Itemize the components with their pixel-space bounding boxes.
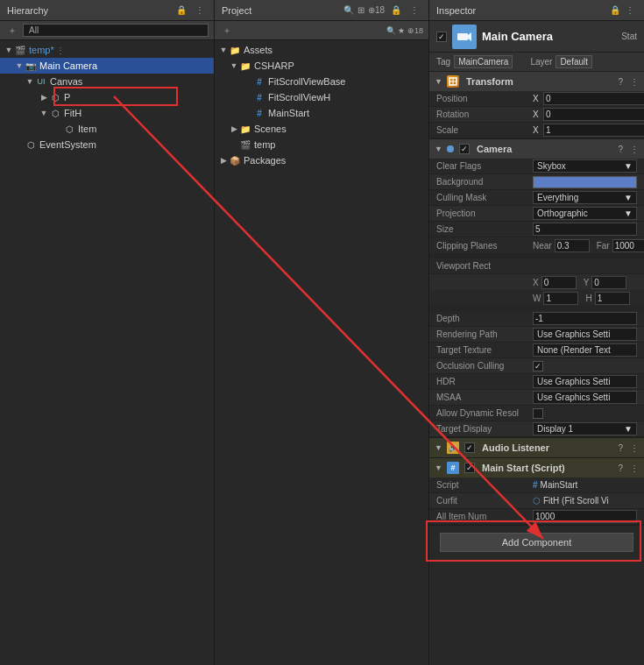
tree-label-p: P: [64, 92, 70, 103]
hierarchy-tree: ▼ 🎬 temp* ⋮ ▼ 📷 Main Camera ▼ UI Canvas …: [0, 40, 214, 665]
add-component-button[interactable]: Add Component: [440, 533, 633, 552]
hierarchy-menu-dots[interactable]: ⋮: [56, 46, 65, 55]
main-start-help[interactable]: ?: [618, 463, 623, 473]
viewport-xy-row: X Y: [429, 274, 644, 290]
hierarchy-lock-icon[interactable]: 🔒: [173, 4, 189, 16]
main-start-settings[interactable]: ⋮: [630, 463, 639, 473]
hierarchy-menu-icon[interactable]: ⋮: [193, 4, 207, 16]
occlusion-culling-checkbox[interactable]: [533, 361, 543, 371]
rendering-path-value[interactable]: Use Graphics Setti: [533, 328, 637, 341]
hierarchy-search[interactable]: All: [23, 24, 209, 37]
main-start-enabled[interactable]: [464, 463, 475, 473]
viewport-h-field: H: [585, 292, 629, 305]
culling-mask-value[interactable]: Everything ▼: [533, 191, 637, 204]
inspector-panel: Inspector 🔒 ⋮ Main Camera Stat Tag: [429, 0, 644, 665]
inspector-content: Main Camera Stat Tag MainCamera Layer De…: [429, 21, 644, 665]
tree-item-mainstart[interactable]: # MainStart: [215, 105, 428, 121]
inspector-lock-icon[interactable]: 🔒: [607, 4, 623, 16]
main-start-arrow: ▼: [435, 463, 443, 472]
audio-listener-title: Audio Listener: [482, 442, 614, 453]
scale-x-input[interactable]: [543, 124, 644, 137]
tree-item-fith[interactable]: ▼ ⬡ FitH: [0, 105, 214, 121]
project-lock-icon[interactable]: 🔒: [388, 4, 404, 16]
hdr-label: HDR: [436, 377, 533, 386]
msaa-value[interactable]: Use Graphics Setti: [533, 391, 637, 404]
audio-listener-section: ▼ 🔊 Audio Listener ? ⋮: [429, 438, 644, 458]
transform-title: Transform: [466, 76, 614, 87]
target-display-value[interactable]: Display 1 ▼: [533, 422, 637, 435]
projection-value[interactable]: Orthographic ▼: [533, 207, 637, 220]
viewport-h-input[interactable]: [595, 292, 630, 305]
tree-item-scenes[interactable]: ▶ 📁 Scenes: [215, 121, 428, 137]
tree-item-main-camera[interactable]: ▼ 📷 Main Camera: [0, 58, 214, 74]
tree-item-temp-scene[interactable]: 🎬 temp: [215, 137, 428, 152]
audio-listener-enabled[interactable]: [464, 442, 475, 453]
prop-viewport-rect-label: Viewport Rect: [429, 258, 644, 274]
tag-value[interactable]: MainCamera: [454, 55, 513, 68]
tree-label-fith: FitH: [64, 108, 81, 118]
object-enabled-checkbox[interactable]: [436, 32, 447, 42]
camera-help[interactable]: ?: [618, 145, 623, 154]
script-value: MainStart: [541, 480, 578, 490]
audio-listener-settings[interactable]: ⋮: [630, 443, 639, 453]
tree-item-eventsystem[interactable]: ⬡ EventSystem: [0, 137, 214, 152]
viewport-w-field: W: [533, 292, 578, 305]
camera-header[interactable]: ▼ Camera ? ⋮: [429, 139, 644, 159]
tree-item-temp[interactable]: ▼ 🎬 temp* ⋮: [0, 42, 214, 58]
tree-item-assets[interactable]: ▼ 📁 Assets: [215, 42, 428, 58]
inspector-menu-icon[interactable]: ⋮: [623, 4, 637, 16]
tree-icon-main-camera: 📷: [25, 60, 37, 72]
viewport-x-field: X: [533, 276, 577, 289]
tree-label-csharp: CSHARP: [254, 60, 294, 71]
viewport-w-input[interactable]: [543, 292, 578, 305]
audio-listener-help[interactable]: ?: [618, 443, 623, 453]
background-label: Background: [436, 177, 533, 187]
camera-enabled[interactable]: [459, 144, 470, 154]
tree-icon-scenes: 📁: [239, 123, 251, 135]
tree-item-csharp[interactable]: ▼ 📁 CSHARP: [215, 58, 428, 74]
tree-item-p[interactable]: ▶ ⬡ P: [0, 89, 214, 105]
all-item-num-input[interactable]: [533, 510, 637, 523]
project-view-icon[interactable]: ⊞: [357, 5, 364, 15]
viewport-xy-fields: X Y: [533, 276, 637, 289]
near-field: Near: [533, 239, 590, 252]
transform-help[interactable]: ?: [618, 77, 623, 87]
main-start-header[interactable]: ▼ # Main Start (Script) ? ⋮: [429, 458, 644, 478]
hierarchy-add-icon[interactable]: ＋: [5, 24, 19, 38]
project-add-icon[interactable]: ＋: [220, 24, 234, 38]
project-tree: ▼ 📁 Assets ▼ 📁 CSHARP # FitScrollViewBas…: [215, 40, 428, 665]
allow-dynamic-checkbox[interactable]: [533, 408, 543, 419]
hierarchy-title: Hierarchy: [7, 5, 48, 16]
project-menu-icon[interactable]: ⋮: [407, 4, 421, 16]
rendering-path-label: Rendering Path: [436, 329, 533, 339]
audio-listener-header[interactable]: ▼ 🔊 Audio Listener ? ⋮: [429, 438, 644, 457]
background-color-swatch[interactable]: [533, 176, 637, 188]
project-panel: Project 🔍 ⊞ ⊕18 🔒 ⋮ ＋ 🔍 ★ ⊕18 ▼ 📁 Assets…: [215, 0, 429, 665]
tree-icon-script-2: #: [253, 91, 265, 103]
near-input[interactable]: [555, 239, 590, 252]
tree-item-fitscrollviewbase[interactable]: # FitScrollViewBase: [215, 74, 428, 89]
far-input[interactable]: [612, 239, 644, 252]
clear-flags-value[interactable]: Skybox ▼: [533, 159, 637, 173]
rotation-x-input[interactable]: [543, 108, 644, 121]
transform-settings[interactable]: ⋮: [630, 77, 639, 87]
tree-item-canvas[interactable]: ▼ UI Canvas: [0, 74, 214, 89]
size-input[interactable]: [533, 223, 637, 236]
tree-item-item[interactable]: ⬡ Item: [0, 121, 214, 137]
target-texture-value[interactable]: None (Render Text: [533, 343, 637, 357]
depth-input[interactable]: [533, 312, 637, 325]
main-start-icon: #: [447, 462, 459, 474]
tree-arrow-packages: ▶: [218, 156, 229, 165]
position-x-input[interactable]: [543, 92, 644, 105]
layer-value[interactable]: Default: [556, 55, 592, 68]
tree-item-packages[interactable]: ▶ 📦 Packages: [215, 152, 428, 168]
transform-header[interactable]: ▼ Transform ? ⋮: [429, 72, 644, 91]
tree-arrow-fith: ▼: [39, 109, 49, 117]
viewport-y-input[interactable]: [591, 276, 626, 289]
hierarchy-header: Hierarchy 🔒 ⋮: [0, 0, 214, 21]
hdr-value[interactable]: Use Graphics Setti: [533, 375, 637, 388]
camera-settings[interactable]: ⋮: [630, 145, 639, 154]
viewport-x-input[interactable]: [541, 276, 577, 289]
tree-item-fitscrollviewh[interactable]: # FitScrollViewH: [215, 89, 428, 105]
audio-listener-icon: 🔊: [447, 442, 459, 454]
